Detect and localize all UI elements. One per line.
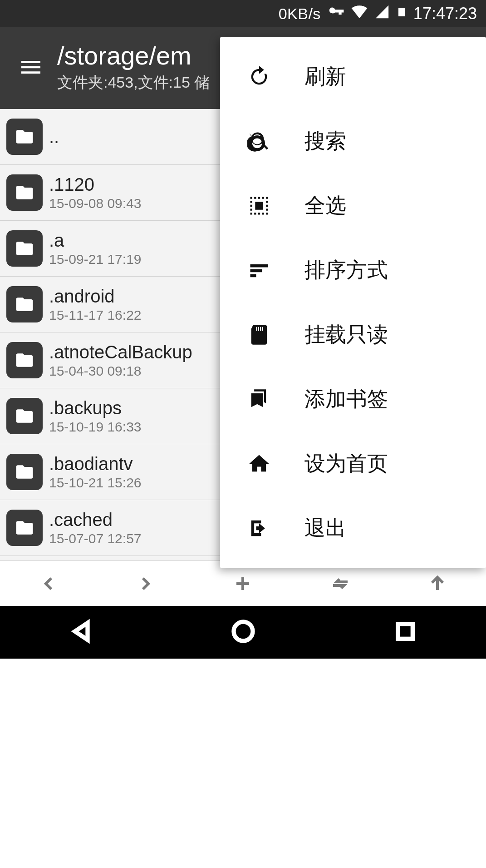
svg-point-0 — [234, 622, 253, 641]
folder-icon — [6, 286, 43, 322]
svg-rect-1 — [398, 624, 412, 639]
nav-back-button[interactable] — [69, 619, 94, 646]
bookmark-add-icon — [245, 387, 274, 411]
menu-select-all[interactable]: 全选 — [220, 174, 486, 238]
search-icon — [245, 129, 274, 153]
menu-set-home[interactable]: 设为首页 — [220, 432, 486, 496]
signal-icon — [374, 4, 390, 24]
item-name: .baodiantv — [49, 454, 142, 474]
menu-label: 搜索 — [304, 127, 346, 155]
item-name: .android — [49, 286, 142, 307]
menu-label: 退出 — [304, 514, 346, 542]
item-name: .. — [49, 127, 59, 147]
list-item[interactable]: .cantonese 15-08-06 09:42 — [0, 556, 242, 560]
folder-icon — [6, 230, 43, 267]
menu-mount-readonly[interactable]: 挂载只读 — [220, 303, 486, 367]
add-button[interactable] — [225, 573, 261, 595]
item-date: 15-09-21 17:19 — [49, 252, 142, 267]
menu-sort[interactable]: 排序方式 — [220, 238, 486, 303]
item-name: .1120 — [49, 174, 142, 195]
folder-stats: 文件夹:453,文件:15 储 — [57, 72, 210, 93]
menu-label: 全选 — [304, 192, 346, 220]
refresh-icon — [245, 65, 274, 89]
item-date: 15-11-17 16:22 — [49, 308, 142, 323]
item-name: .backups — [49, 398, 142, 418]
list-item[interactable]: .android 15-11-17 16:22 — [0, 277, 242, 332]
list-item[interactable]: .baodiantv 15-10-21 15:26 — [0, 444, 242, 500]
exit-icon — [245, 516, 274, 540]
left-pane: .. .1120 15-09-08 09:43 .a 15-09-21 17:1… — [0, 109, 242, 560]
list-item[interactable]: .cached 15-07-07 12:57 — [0, 500, 242, 556]
folder-icon — [6, 119, 43, 155]
clock: 17:47:23 — [413, 4, 477, 23]
item-date: 15-10-19 16:33 — [49, 419, 142, 435]
go-up-button[interactable] — [419, 573, 456, 595]
menu-label: 添加书签 — [304, 385, 388, 413]
menu-add-bookmark[interactable]: 添加书签 — [220, 367, 486, 432]
wifi-icon — [351, 3, 368, 25]
item-date: 15-09-08 09:43 — [49, 196, 142, 211]
item-date: 15-10-21 15:26 — [49, 475, 142, 491]
item-name: .cached — [49, 510, 142, 530]
battery-icon — [396, 3, 407, 25]
item-date: 15-04-30 09:18 — [49, 363, 192, 379]
list-item[interactable]: .1120 15-09-08 09:43 — [0, 165, 242, 221]
parent-dir-item[interactable]: .. — [0, 109, 242, 165]
home-icon — [245, 452, 274, 476]
folder-icon — [6, 174, 43, 211]
overflow-menu: 刷新 搜索 全选 排序方式 挂载只读 — [220, 37, 486, 568]
select-all-icon — [245, 194, 274, 218]
sort-icon — [245, 258, 274, 282]
sdcard-icon — [245, 323, 274, 347]
item-name: .a — [49, 230, 142, 251]
list-item[interactable]: .backups 15-10-19 16:33 — [0, 388, 242, 444]
menu-search[interactable]: 搜索 — [220, 109, 486, 174]
nav-recents-button[interactable] — [393, 619, 418, 646]
forward-button[interactable] — [128, 573, 164, 595]
item-name: .atnoteCalBackup — [49, 342, 192, 362]
menu-label: 刷新 — [304, 63, 346, 91]
folder-icon — [6, 454, 43, 490]
menu-label: 设为首页 — [304, 450, 388, 478]
android-nav-bar — [0, 606, 486, 659]
list-item[interactable]: .atnoteCalBackup 15-04-30 09:18 — [0, 332, 242, 388]
vpn-key-icon — [327, 3, 344, 25]
swap-panes-button[interactable] — [322, 573, 358, 595]
menu-label: 排序方式 — [304, 256, 388, 284]
menu-refresh[interactable]: 刷新 — [220, 45, 486, 109]
back-button[interactable] — [30, 573, 67, 595]
menu-exit[interactable]: 退出 — [220, 496, 486, 560]
network-speed: 0KB/s — [279, 5, 321, 23]
folder-icon — [6, 342, 43, 378]
menu-label: 挂载只读 — [304, 321, 388, 349]
folder-icon — [6, 398, 43, 434]
current-path: /storage/em — [57, 43, 210, 69]
drawer-menu-button[interactable] — [14, 50, 57, 86]
nav-home-button[interactable] — [231, 619, 256, 646]
folder-icon — [6, 510, 43, 546]
status-bar: 0KB/s 17:47:23 — [0, 0, 486, 27]
list-item[interactable]: .a 15-09-21 17:19 — [0, 221, 242, 277]
item-date: 15-07-07 12:57 — [49, 531, 142, 546]
